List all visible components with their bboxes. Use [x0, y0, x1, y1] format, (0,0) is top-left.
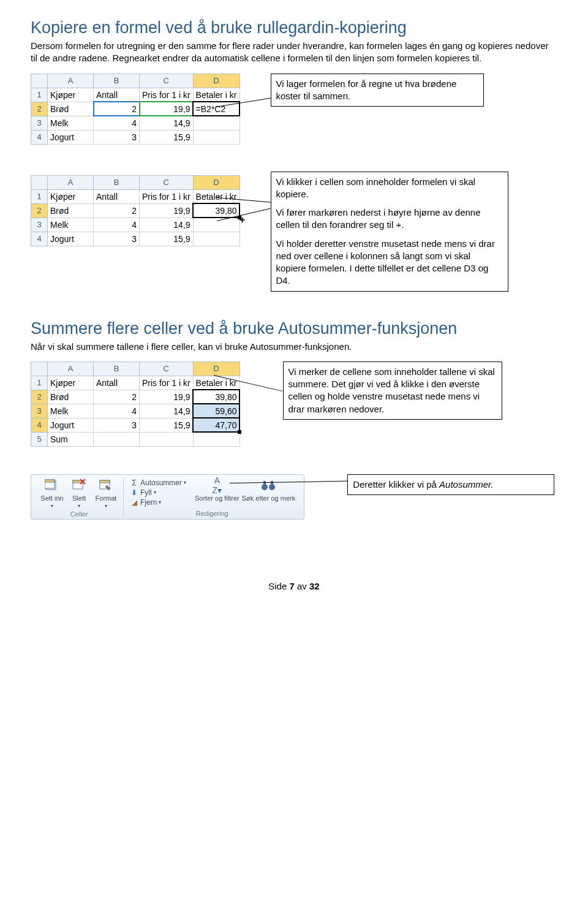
cell[interactable]: Brød	[48, 390, 94, 404]
cell[interactable]: Brød	[48, 203, 94, 218]
autosum-button[interactable]: Σ Autosummer ▾	[130, 479, 186, 487]
cell[interactable]: Sum	[48, 432, 94, 446]
excel-grid-2: A B C D 1 Kjøper Antall Pris for 1 i kr …	[31, 175, 240, 246]
cell[interactable]: 4	[94, 218, 140, 232]
chevron-down-icon: ▾	[51, 503, 53, 509]
cell-b2[interactable]: 2	[94, 102, 140, 116]
cell[interactable]: Pris for 1 i kr	[140, 189, 194, 203]
cell[interactable]: 2	[94, 203, 140, 218]
cell[interactable]: Pris for 1 i kr	[140, 376, 194, 390]
grid-corner	[31, 362, 48, 376]
cell[interactable]: Kjøper	[48, 376, 94, 390]
col-B: B	[94, 362, 140, 376]
insert-button[interactable]: Sett inn ▾	[40, 477, 64, 509]
grid-corner	[31, 175, 48, 189]
binoculars-icon	[260, 477, 277, 493]
cell[interactable]: Pris for 1 i kr	[140, 88, 194, 102]
fill-down-icon: ⬇	[130, 488, 138, 497]
cell[interactable]: 19,9	[140, 203, 194, 218]
cell[interactable]: 2	[94, 390, 140, 404]
delete-button[interactable]: Slett ▾	[67, 477, 91, 509]
find-select-button[interactable]: Søk etter og merk	[242, 477, 295, 502]
cell[interactable]	[140, 432, 194, 446]
cell[interactable]	[193, 432, 239, 446]
cell[interactable]: Jogurt	[48, 232, 94, 246]
row-4: 4	[31, 232, 48, 246]
col-A: A	[48, 362, 94, 376]
heading-autosum: Summere flere celler ved å bruke Autosum…	[31, 319, 557, 338]
ribbon-group-cells: Sett inn ▾ Slett ▾	[35, 477, 124, 518]
cell[interactable]: Melk	[48, 116, 94, 130]
clear-button[interactable]: ◢ Fjern ▾	[130, 498, 161, 507]
row-1: 1	[31, 376, 48, 390]
insert-icon	[43, 477, 61, 493]
cell[interactable]	[94, 432, 140, 446]
col-C: C	[140, 175, 194, 189]
cell[interactable]: 4	[94, 404, 140, 418]
cell[interactable]: 15,9	[140, 232, 194, 246]
cell[interactable]: Antall	[94, 189, 140, 203]
cell[interactable]: Melk	[48, 218, 94, 232]
cell[interactable]: 14,9	[140, 218, 194, 232]
col-D: D	[193, 74, 239, 88]
chevron-down-icon: ▾	[78, 503, 80, 509]
row-5: 5	[31, 432, 48, 446]
callout-text: Vi merker de cellene som inneholder tall…	[288, 366, 497, 415]
row-2: 2	[31, 390, 48, 404]
cell[interactable]: Antall	[94, 88, 140, 102]
col-D: D	[193, 362, 239, 376]
cell[interactable]	[193, 116, 239, 130]
sort-filter-button[interactable]: AZ▾ Sorter og filtrer	[195, 477, 239, 502]
cell[interactable]: Melk	[48, 404, 94, 418]
cell[interactable]: Jogurt	[48, 418, 94, 432]
cell[interactable]: 3	[94, 232, 140, 246]
cell-d3[interactable]: 59,60	[193, 404, 239, 418]
cell[interactable]: Betaler i kr	[193, 189, 239, 203]
cell[interactable]: Betaler i kr	[193, 88, 239, 102]
group-caption-cells: Celler	[39, 510, 119, 518]
cell[interactable]: Jogurt	[48, 130, 94, 144]
svg-rect-8	[100, 480, 110, 483]
sort-icon: AZ▾	[208, 477, 225, 493]
page-number: 7	[289, 581, 294, 591]
cell[interactable]: Antall	[94, 376, 140, 390]
row-fill-handle: A B C D 1 Kjøper Antall Pris for 1 i kr …	[31, 175, 557, 292]
row-3: 3	[31, 404, 48, 418]
ribbon-fragment: Sett inn ▾ Slett ▾	[31, 474, 304, 520]
fill-handle[interactable]	[238, 430, 241, 434]
cell-d2[interactable]: 39,80	[193, 390, 239, 404]
cell[interactable]: 3	[94, 130, 140, 144]
cell-c2[interactable]: 19,9	[140, 102, 194, 116]
cell[interactable]	[193, 130, 239, 144]
row-2: 2	[31, 203, 48, 218]
cell[interactable]: 19,9	[140, 390, 194, 404]
callout-select: Vi merker de cellene som inneholder tall…	[283, 362, 502, 420]
label: Sorter og filtrer	[195, 494, 239, 502]
cell[interactable]	[193, 218, 239, 232]
eraser-icon: ◢	[130, 498, 138, 507]
cell[interactable]: Brød	[48, 102, 94, 116]
cell-d4[interactable]: 47,70	[193, 418, 239, 432]
cell[interactable]: Betaler i kr	[193, 376, 239, 390]
heading-copy-formula: Kopiere en formel ved å bruke rullegardi…	[31, 18, 557, 37]
callout-formula: Vi lager formelen for å regne ut hva brø…	[271, 74, 484, 107]
cell[interactable]: 4	[94, 116, 140, 130]
cell[interactable]: Kjøper	[48, 88, 94, 102]
autosum-intro: Når vi skal summere tallene i flere cell…	[31, 341, 557, 353]
label: Format	[96, 494, 117, 502]
excel-grid-3: A B C D 1 Kjøper Antall Pris for 1 i kr …	[31, 362, 240, 447]
emphasis: Autosummer.	[439, 479, 494, 490]
callout-text: Vi holder deretter venstre musetast nede…	[276, 238, 503, 287]
cell[interactable]: 15,9	[140, 418, 194, 432]
cell[interactable]: 14,9	[140, 116, 194, 130]
fill-button[interactable]: ⬇ Fyll ▾	[130, 488, 156, 497]
cell[interactable]	[193, 232, 239, 246]
col-A: A	[48, 175, 94, 189]
cell-d2-value[interactable]: 39,80+	[193, 203, 239, 218]
cell[interactable]: 3	[94, 418, 140, 432]
row-1: 1	[31, 88, 48, 102]
cell[interactable]: 15,9	[140, 130, 194, 144]
cell[interactable]: Kjøper	[48, 189, 94, 203]
cell[interactable]: 14,9	[140, 404, 194, 418]
format-button[interactable]: Format ▾	[94, 477, 118, 509]
